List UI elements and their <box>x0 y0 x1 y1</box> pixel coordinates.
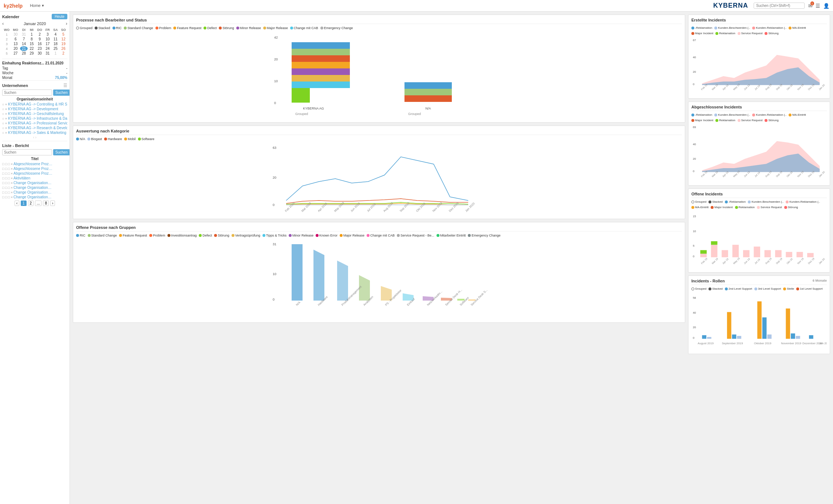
calendar-day[interactable]: 4 <box>52 32 60 37</box>
calendar-day[interactable]: 13 <box>11 41 20 46</box>
legend-label: 3rd Level Support <box>758 287 781 290</box>
next-month-button[interactable]: › <box>66 21 67 26</box>
list-item-title[interactable]: Abgeschlossene Prozes... <box>13 167 54 171</box>
page-2-button[interactable]: 2 <box>28 201 34 206</box>
calendar-day[interactable]: 11 <box>52 37 60 41</box>
org-item[interactable]: ○ ×KYBERNA AG -> Geschäftsleitung <box>2 112 67 116</box>
company-menu-icon[interactable]: ☰ <box>63 83 67 88</box>
main-layout: Kalender Heute ‹ Januar 2020 › WO MO DI … <box>0 12 833 504</box>
notifications-button[interactable]: ✉1 <box>808 3 813 9</box>
org-title: Organisationseinheit <box>2 97 67 101</box>
calendar-day[interactable]: 15 <box>28 41 36 46</box>
svg-rect-8 <box>292 68 350 75</box>
list-item-title[interactable]: Change Organisationer... <box>13 190 54 194</box>
org-item[interactable]: ○ ×KYBERNA AG -> Professional Servic... <box>2 121 67 125</box>
offene-inc-card: Offene Incidents GroupedStacked-Reklamat… <box>688 188 830 273</box>
legend-dot-icon <box>691 206 694 209</box>
list-search-button[interactable]: Suchen <box>53 149 70 155</box>
calendar-day[interactable]: 2 <box>36 32 44 37</box>
page-8-button[interactable]: 8 <box>43 201 49 206</box>
calendar-day[interactable]: 24 <box>44 46 52 51</box>
svg-text:40: 40 <box>693 143 696 146</box>
calendar-day[interactable]: 3 <box>44 32 52 37</box>
calendar-day[interactable]: 12 <box>59 37 67 41</box>
calendar-day[interactable]: 27 <box>11 51 20 56</box>
calendar-day[interactable]: 16 <box>36 41 44 46</box>
legend-label: -Reklamation <box>695 113 712 116</box>
calendar-day[interactable]: 1 <box>28 32 36 37</box>
list-item-title[interactable]: Aktivitäten <box>13 176 30 180</box>
org-item[interactable]: ○ ×KYBERNA AG -> Infrastructure & Da... <box>2 116 67 120</box>
calendar-day[interactable]: 31 <box>20 32 28 37</box>
calendar-day[interactable]: 7 <box>20 37 28 41</box>
svg-text:Grouped: Grouped <box>408 112 421 116</box>
list-item-icons: □ □ □ × <box>2 167 13 171</box>
calendar-day[interactable]: 25 <box>52 46 60 51</box>
calendar-day[interactable]: 10 <box>44 37 52 41</box>
calendar-day[interactable]: 28 <box>20 51 28 56</box>
legend-dot-icon <box>468 234 471 237</box>
sla-row-monat: Monat 75,00% <box>2 76 67 80</box>
org-item[interactable]: ○ ×KYBERNA AG -> Sales & Marketing <box>2 131 67 135</box>
nav-home[interactable]: Home ▾ <box>30 3 44 8</box>
legend-dot-icon <box>738 119 741 122</box>
calendar-day[interactable]: 17 <box>44 41 52 46</box>
company-search-button[interactable]: Suchen <box>53 90 70 96</box>
calendar-day[interactable]: 14 <box>20 41 28 46</box>
calendar-day[interactable]: 6 <box>11 37 20 41</box>
legend-item: Major Release <box>340 234 364 237</box>
org-icons: ○ × <box>2 112 7 116</box>
menu-button[interactable]: ☰ <box>816 3 820 9</box>
calendar-day[interactable]: 23 <box>36 46 44 51</box>
calendar-day[interactable]: 9 <box>36 37 44 41</box>
svg-rect-14 <box>404 89 452 95</box>
calendar-day[interactable]: 21 <box>20 46 28 51</box>
calendar-day[interactable]: 1 <box>52 51 60 56</box>
calendar-day[interactable]: 29 <box>28 51 36 56</box>
list-item-title[interactable]: Change Organisationer... <box>13 186 54 190</box>
legend-dot-icon <box>214 234 217 237</box>
svg-text:KYBERNA AG: KYBERNA AG <box>303 107 324 110</box>
calendar-day[interactable]: 22 <box>28 46 36 51</box>
org-item[interactable]: ○ ×KYBERNA AG -> Controlling & HR Se... <box>2 102 67 106</box>
prev-page-button[interactable]: ‹ <box>15 201 19 206</box>
calendar-day[interactable]: 20 <box>11 46 20 51</box>
calendar-day[interactable]: 8 <box>28 37 36 41</box>
next-page-button[interactable]: › <box>50 201 55 206</box>
svg-text:20: 20 <box>274 57 278 61</box>
legend-item: Hardware <box>104 137 122 141</box>
search-input[interactable] <box>754 3 805 9</box>
calendar-day[interactable]: 30 <box>11 32 20 37</box>
legend-item: Störung <box>214 234 229 237</box>
calendar-day[interactable]: 31 <box>44 51 52 56</box>
legend-item: Feature Request <box>119 234 147 237</box>
sla-section: Einhaltung Reaktionsz... 21.01.2020 Tag … <box>2 59 67 80</box>
org-item[interactable]: ○ ×KYBERNA AG -> Development <box>2 107 67 111</box>
legend-dot-icon <box>757 206 760 209</box>
user-button[interactable]: 👤 <box>823 3 829 9</box>
org-item[interactable]: ○ ×KYBERNA AG -> Research & Develop... <box>2 126 67 130</box>
calendar-day[interactable]: 18 <box>52 41 60 46</box>
prozesse-title: Prozesse nach Bearbeiter und Status <box>76 18 682 24</box>
legend-dot-icon <box>232 234 234 237</box>
calendar-day[interactable]: 2 <box>59 51 67 56</box>
legend-label: Mobil <box>128 137 136 141</box>
list-item-title[interactable]: Change Organisationer... <box>13 181 54 185</box>
org-icons: ○ × <box>2 126 7 130</box>
calendar-day[interactable]: 5 <box>59 32 67 37</box>
svg-rect-9 <box>292 75 350 82</box>
legend-item: N/A <box>76 137 85 141</box>
calendar-day[interactable]: 30 <box>36 51 44 56</box>
list-item-title[interactable]: Abgeschlossene Prozes... <box>13 171 54 175</box>
calendar-day[interactable]: 19 <box>59 41 67 46</box>
page-1-button[interactable]: 1 <box>21 201 27 206</box>
calendar-day[interactable]: 26 <box>59 46 67 51</box>
legend-item: Problem <box>155 26 171 30</box>
list-item-title[interactable]: Abgeschlossene Prozes... <box>13 162 54 166</box>
today-button[interactable]: Heute <box>52 14 67 19</box>
list-item-title[interactable]: Change Organisationer... <box>13 195 54 199</box>
prev-month-button[interactable]: ‹ <box>2 21 4 26</box>
list-search-input[interactable] <box>2 149 52 155</box>
company-search-input[interactable] <box>2 90 52 96</box>
auswertung-legend: N/ABiogastHardwareMobilSoftware <box>76 137 682 141</box>
